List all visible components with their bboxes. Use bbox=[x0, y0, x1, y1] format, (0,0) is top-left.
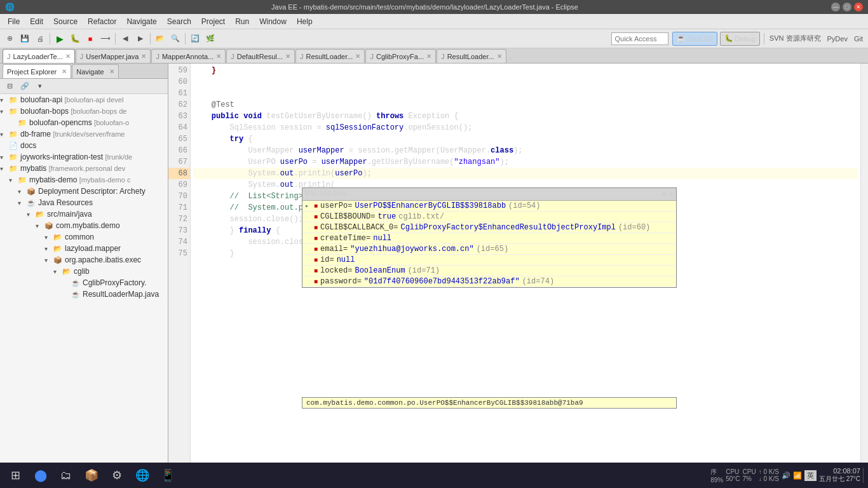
volume-icon[interactable]: 🔊 bbox=[782, 471, 790, 480]
tree-item[interactable]: 📁 boluofan-opencms [boluofan-o bbox=[0, 117, 168, 128]
menu-project[interactable]: Project bbox=[196, 16, 230, 27]
panel-tab-navigate[interactable]: Navigate ✕ bbox=[72, 64, 118, 78]
toolbar-run-btn[interactable]: ▶ bbox=[53, 32, 67, 46]
debug-row-key: userPo= bbox=[320, 201, 352, 210]
tree-item[interactable]: ▾ 📂 lazyload.mapper bbox=[0, 243, 168, 254]
tab-resultloader1[interactable]: J ResultLoader... ✕ bbox=[295, 49, 365, 63]
debug-row[interactable]: ▸ ■ userPo= UserPO$$EnhancerByCGLIB$$398… bbox=[302, 201, 676, 212]
tree-item[interactable]: ▾ 📂 cglib bbox=[0, 266, 168, 277]
menu-file[interactable]: File bbox=[3, 16, 25, 27]
toolbar-new-btn[interactable]: ⊕ bbox=[3, 32, 17, 46]
tab-close-lazyloadertest[interactable]: ✕ bbox=[65, 53, 71, 60]
tree-item[interactable]: ▾ 📦 com.mybatis.demo bbox=[0, 220, 168, 231]
debug-popup-close[interactable]: ✕ bbox=[669, 189, 674, 199]
tab-icon-resultloader2: J bbox=[441, 53, 445, 60]
app3-btn[interactable]: 📦 bbox=[79, 463, 104, 488]
debug-row[interactable]: ■ locked= BooleanEnum (id=71) bbox=[302, 266, 676, 276]
tree-item[interactable]: ☕ ResultLoaderMap.java bbox=[0, 288, 168, 300]
menu-help[interactable]: Help bbox=[292, 16, 318, 27]
tree-item[interactable]: ▾ 📁 joyworks-integration-test [trunk/de bbox=[0, 151, 168, 163]
close-button[interactable]: ✕ bbox=[854, 3, 863, 11]
chrome-btn[interactable]: ⬤ bbox=[28, 463, 53, 488]
perspective-javaee[interactable]: ☕ Java EE bbox=[672, 32, 717, 46]
debug-row[interactable]: ■ email= "yuezhihua@joyworks.com.cn" (id… bbox=[302, 244, 676, 255]
tree-item[interactable]: ▾ 📦 org.apache.ibatis.exec bbox=[0, 254, 168, 266]
menu-window[interactable]: Window bbox=[254, 16, 292, 27]
tab-close-resultloader2[interactable]: ✕ bbox=[497, 53, 502, 60]
tray-show-desktop[interactable] bbox=[863, 468, 865, 483]
tab-close-defaultresult[interactable]: ✕ bbox=[285, 53, 290, 60]
toolbar-print-btn[interactable]: 🖨 bbox=[33, 32, 47, 46]
menu-search[interactable]: Search bbox=[162, 16, 196, 27]
quick-access-input[interactable] bbox=[611, 32, 668, 45]
network-icon[interactable]: 📶 bbox=[793, 471, 802, 480]
tab-mapperanno[interactable]: J MapperAnnota... ✕ bbox=[151, 49, 226, 63]
tab-close-mapperanno[interactable]: ✕ bbox=[216, 53, 221, 60]
panel-tab-projectexplorer[interactable]: Project Explorer ✕ bbox=[3, 64, 71, 78]
tabs-overflow[interactable]: » bbox=[508, 54, 513, 63]
debug-row[interactable]: ■ createTime= null bbox=[302, 233, 676, 244]
tree-item[interactable]: ☕ CglibProxyFactory. bbox=[0, 277, 168, 288]
tab-cglibproxy[interactable]: J CglibProxyFa... ✕ bbox=[365, 49, 436, 63]
debug-row[interactable]: ■ CGLIB$CALLBACK_0= CglibProxyFactory$En… bbox=[302, 222, 676, 233]
tree-item[interactable]: ▾ 📁 boluofan-bops [boluofan-bops de bbox=[0, 105, 168, 117]
toolbar-back-btn[interactable]: ◀ bbox=[118, 32, 132, 46]
menu-refactor[interactable]: Refactor bbox=[83, 16, 121, 27]
files-btn[interactable]: 🗂 bbox=[53, 463, 79, 488]
pydev-label[interactable]: PyDev bbox=[825, 35, 850, 43]
collapse-all-btn[interactable]: ⊟ bbox=[3, 79, 17, 93]
git-label[interactable]: Git bbox=[851, 35, 865, 43]
toolbar-save-btn[interactable]: 💾 bbox=[18, 32, 32, 46]
toolbar-open-btn[interactable]: 📂 bbox=[153, 32, 167, 46]
app6-btn[interactable]: 📱 bbox=[155, 463, 180, 488]
tree-item[interactable]: ▾ 📦 Deployment Descriptor: Archety bbox=[0, 186, 168, 197]
start-button[interactable]: ⊞ bbox=[3, 463, 28, 488]
debug-popup-content[interactable]: ▸ ■ userPo= UserPO$$EnhancerByCGLIB$$398… bbox=[302, 201, 676, 287]
debug-row[interactable]: ■ CGLIB$BOUND= true cglib.txt/ bbox=[302, 212, 676, 222]
minimize-button[interactable]: — bbox=[831, 3, 840, 11]
menu-run[interactable]: Run bbox=[230, 16, 254, 27]
toolbar-stop-btn[interactable]: ■ bbox=[83, 32, 97, 46]
tree-item[interactable]: ▾ 📁 db-frame [trunk/dev/server/frame bbox=[0, 128, 168, 140]
debug-popup-settings[interactable]: ⚙ bbox=[662, 189, 667, 199]
menu-navigate[interactable]: Navigate bbox=[121, 16, 161, 27]
app4-btn[interactable]: ⚙ bbox=[104, 463, 130, 488]
tab-close-resultloader1[interactable]: ✕ bbox=[355, 53, 360, 60]
line-number: 66 bbox=[168, 145, 190, 156]
tab-usermapper[interactable]: J UserMapper.java ✕ bbox=[76, 49, 151, 63]
menu-source[interactable]: Source bbox=[48, 16, 83, 27]
svn-label[interactable]: SVN 资源库研究 bbox=[767, 34, 824, 43]
lang-icon[interactable]: 英 bbox=[804, 470, 817, 481]
tree-item[interactable]: ▾ 📁 mybatis-demo [mybatis-demo c bbox=[0, 174, 168, 186]
tab-defaultresult[interactable]: J DefaultResul... ✕ bbox=[226, 49, 295, 63]
maximize-button[interactable]: □ bbox=[843, 3, 851, 11]
tree-icon: 📁 bbox=[9, 107, 19, 116]
perspective-debug[interactable]: 🐛 Debug bbox=[720, 32, 759, 46]
tab-close-usermapper[interactable]: ✕ bbox=[141, 53, 146, 60]
tab-lazyloadertest[interactable]: J LazyLoaderTe... ✕ bbox=[3, 49, 75, 63]
tree-icon: 📁 bbox=[9, 165, 19, 173]
toolbar-step-btn[interactable]: ⟶ bbox=[98, 32, 112, 46]
menu-edit[interactable]: Edit bbox=[25, 16, 48, 27]
code-line: UserMapper userMapper = session.getMappe… bbox=[193, 145, 858, 156]
tree-item[interactable]: ▾ 📁 mybatis [framework.personal dev bbox=[0, 163, 168, 174]
toolbar-forward-btn[interactable]: ▶ bbox=[133, 32, 147, 46]
toolbar-debug-btn[interactable]: 🐛 bbox=[68, 32, 82, 46]
toolbar-svn-btn[interactable]: 🔄 bbox=[188, 32, 202, 46]
tab-resultloader2[interactable]: J ResultLoader... ✕ bbox=[437, 49, 506, 63]
tree-item[interactable]: 📄 docs bbox=[0, 140, 168, 151]
view-menu-btn[interactable]: ▾ bbox=[33, 79, 47, 93]
panel-tab-navigate-close[interactable]: ✕ bbox=[109, 68, 114, 75]
tree-item[interactable]: ▾ ☕ Java Resources bbox=[0, 197, 168, 208]
debug-row[interactable]: ■ password= "01d7f40760960e7bd9443513f22… bbox=[302, 276, 676, 287]
tree-item[interactable]: ▾ 📁 boluofan-api [boluofan-api devel bbox=[0, 94, 168, 105]
debug-row[interactable]: ■ id= null bbox=[302, 255, 676, 266]
toolbar-git-btn[interactable]: 🌿 bbox=[203, 32, 217, 46]
tab-close-cglibproxy[interactable]: ✕ bbox=[426, 53, 431, 60]
tree-item[interactable]: ▾ 📂 src/main/java bbox=[0, 208, 168, 220]
toolbar-search-btn[interactable]: 🔍 bbox=[168, 32, 182, 46]
link-editor-btn[interactable]: 🔗 bbox=[18, 79, 32, 93]
app5-btn[interactable]: 🌐 bbox=[130, 463, 155, 488]
panel-tab-close[interactable]: ✕ bbox=[62, 68, 67, 75]
tree-item[interactable]: ▾ 📂 common bbox=[0, 231, 168, 243]
